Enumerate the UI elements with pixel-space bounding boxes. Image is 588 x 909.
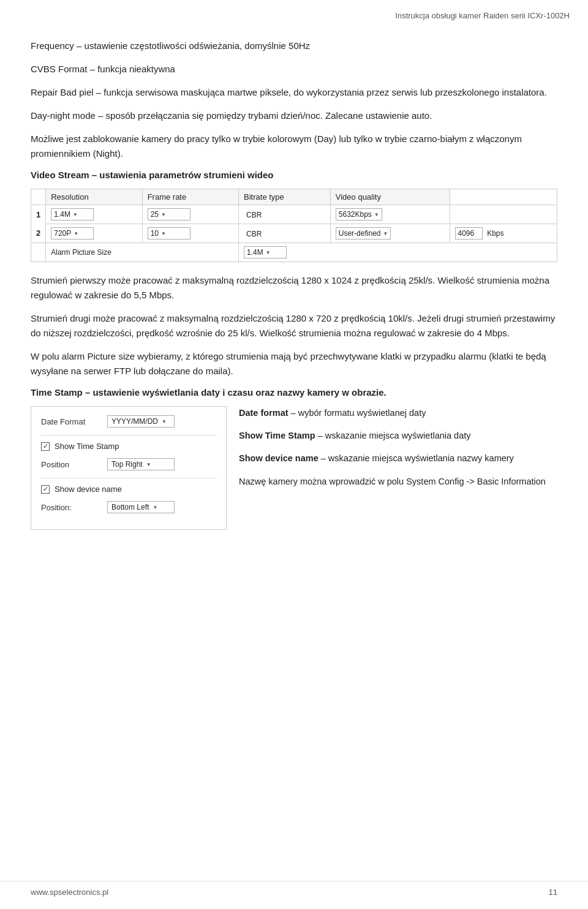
footer-page-num: 11	[549, 888, 557, 897]
bitrate-2-value: CBR	[244, 228, 264, 240]
video-stream-title: Video Stream – ustawienia parametrów str…	[31, 170, 557, 180]
show-device-label: Show device name	[55, 485, 122, 494]
header-title: Instrukcja obsługi kamer Raiden serii IC…	[395, 11, 570, 20]
para-cvbs: CVBS Format – funkcja nieaktywna	[31, 62, 557, 77]
cell-framerate-1: 25	[142, 205, 238, 224]
desc-basic-info: Nazwę kamery można wprowadzić w polu Sys…	[239, 475, 557, 489]
alarm-picture-row: Alarm Picture Size 1.4M	[31, 243, 557, 262]
footer-website: www.spselectronics.pl	[31, 888, 108, 897]
position-label: Position	[41, 460, 102, 469]
show-device-row: Show device name	[41, 485, 216, 494]
cell-extra-1	[450, 205, 557, 224]
date-format-row: Date Format YYYY/MM/DD	[41, 415, 216, 428]
desc-ts-bold: Show Time Stamp	[239, 431, 315, 440]
ts-panel: Date Format YYYY/MM/DD Show Time Stamp P…	[31, 406, 227, 530]
ts-panel-container: Date Format YYYY/MM/DD Show Time Stamp P…	[31, 406, 227, 530]
video-stream-table: Resolution Frame rate Bitrate type Video…	[31, 189, 557, 262]
show-device-checkbox[interactable]	[41, 485, 50, 494]
kbps-label: Kbps	[487, 229, 503, 238]
date-format-label: Date Format	[41, 417, 102, 426]
ts-descriptions: Date format – wybór formatu wyświetlanej…	[239, 406, 557, 530]
cell-bitrate-2: CBR	[239, 224, 331, 243]
cell-framerate-2: 10	[142, 224, 238, 243]
desc-date-format: Date format – wybór formatu wyświetlanej…	[239, 406, 557, 420]
position2-label: Position:	[41, 503, 102, 512]
table-row: 1 1.4M 25 CBR 5632Kbps	[31, 205, 557, 224]
desc-show-device: Show device name – wskazanie miejsca wyś…	[239, 451, 557, 466]
row-num-2: 2	[31, 224, 46, 243]
desc-show-timestamp: Show Time Stamp – wskazanie miejsca wyśw…	[239, 429, 557, 443]
cell-bitrate-1: CBR	[239, 205, 331, 224]
position2-dropdown[interactable]: Bottom Left	[107, 501, 175, 513]
alarm-empty	[31, 243, 46, 262]
table-row: 2 720P 10 CBR User-defined 4096 Kbps	[31, 224, 557, 243]
alarm-value: 1.4M	[239, 243, 557, 262]
quality-1-select[interactable]: 5632Kbps	[336, 208, 382, 221]
para-frequency: Frequency – ustawienie częstotliwości od…	[31, 39, 557, 53]
resolution-2-select[interactable]: 720P	[51, 227, 94, 240]
framerate-2-select[interactable]: 10	[148, 227, 190, 240]
col-framerate: Frame rate	[142, 189, 238, 205]
framerate-1-select[interactable]: 25	[148, 208, 190, 221]
show-timestamp-label: Show Time Stamp	[55, 442, 119, 451]
alarm-label: Alarm Picture Size	[46, 243, 239, 262]
para-repair: Repair Bad piel – funkcja serwisowa mask…	[31, 85, 557, 100]
cell-extra-2: 4096 Kbps	[450, 224, 557, 243]
desc-dev-text: – wskazanie miejsca wyświetlania nazwy k…	[318, 453, 514, 463]
page-footer: www.spselectronics.pl 11	[0, 881, 588, 897]
ts-divider-2	[41, 478, 216, 478]
page-header: Instrukcja obsługi kamer Raiden serii IC…	[0, 0, 588, 26]
time-stamp-title: Time Stamp – ustawienie wyświetlania dat…	[31, 387, 557, 398]
show-timestamp-checkbox[interactable]	[41, 442, 50, 451]
col-bitrate: Bitrate type	[239, 189, 331, 205]
para-modes: Możliwe jest zablokowanie kamery do prac…	[31, 132, 557, 161]
para-stream2: Strumień drugi może pracować z maksymaln…	[31, 311, 557, 341]
cell-resolution-1: 1.4M	[46, 205, 142, 224]
cell-resolution-2: 720P	[46, 224, 142, 243]
time-stamp-section: Date Format YYYY/MM/DD Show Time Stamp P…	[31, 406, 557, 530]
show-timestamp-row: Show Time Stamp	[41, 442, 216, 451]
ts-divider-1	[41, 435, 216, 436]
desc-date-bold: Date format	[239, 408, 288, 418]
cell-quality-2: User-defined	[330, 224, 450, 243]
para-alarm-pic: W polu alarm Picture size wybieramy, z k…	[31, 349, 557, 379]
position-dropdown[interactable]: Top Right	[107, 458, 175, 470]
quality-2-select[interactable]: User-defined	[336, 227, 391, 240]
kbps-input[interactable]: 4096	[455, 227, 483, 240]
desc-date-text: – wybór formatu wyświetlanej daty	[288, 408, 426, 418]
cell-quality-1: 5632Kbps	[330, 205, 450, 224]
col-resolution: Resolution	[46, 189, 142, 205]
col-quality: Video quality	[330, 189, 450, 205]
position-row: Position Top Right	[41, 458, 216, 470]
alarm-select[interactable]: 1.4M	[244, 246, 287, 258]
position2-row: Position: Bottom Left	[41, 501, 216, 513]
resolution-1-select[interactable]: 1.4M	[51, 208, 94, 221]
row-num-1: 1	[31, 205, 46, 224]
para-daynight: Day-night mode – sposób przełączania się…	[31, 108, 557, 123]
date-format-dropdown[interactable]: YYYY/MM/DD	[107, 415, 175, 428]
desc-ts-text: – wskazanie miejsca wyświetlania daty	[315, 431, 471, 440]
main-content: Frequency – ustawienie częstotliwości od…	[0, 26, 588, 573]
desc-dev-bold: Show device name	[239, 453, 318, 463]
para-stream1: Strumień pierwszy może pracować z maksym…	[31, 273, 557, 303]
bitrate-1-value: CBR	[244, 209, 264, 221]
